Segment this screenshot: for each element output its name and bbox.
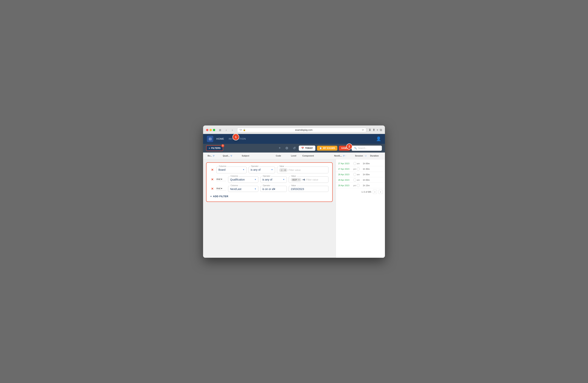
prev-page-button[interactable]: ‹ [373, 190, 377, 194]
filter-2-operator-label: Operator [262, 175, 271, 177]
board-filter-icon[interactable]: ▽ [213, 155, 214, 157]
sidebar-toggle-button[interactable]: ⊞ [217, 128, 223, 132]
minimize-button[interactable] [210, 129, 212, 131]
filter-2-value-tags: IBDP ✕ +6 Filter value [291, 178, 326, 181]
my-exams-button[interactable]: 📋 MY EXAMS [317, 146, 337, 151]
add-filter-plus-icon: + [210, 195, 212, 198]
add-filter-button[interactable]: + ADD FILTER [210, 195, 329, 198]
nav-home[interactable]: HOME [216, 137, 224, 140]
next-page-button[interactable]: › [378, 190, 383, 194]
close-button[interactable] [206, 129, 208, 131]
col-duration[interactable]: Duration [369, 154, 382, 157]
col-component[interactable]: Component [301, 154, 324, 157]
table-row[interactable]: 27 Apr 2023 pm 1h 30m [336, 166, 385, 172]
filter-3-operator-label: Operator [262, 185, 271, 187]
reload-icon[interactable]: ⟳ [362, 129, 364, 131]
filter-1-operator-select[interactable]: is any of ▼ [251, 168, 273, 171]
step-badge-1: 1 [232, 134, 239, 140]
nextlast-filter-icon[interactable]: ▽ [343, 155, 345, 157]
filter-1-placeholder[interactable]: Filter value [289, 169, 301, 172]
filter-2-columns-select[interactable]: Qualification ▼ [230, 178, 256, 181]
row-3-session: am [353, 173, 363, 176]
col-subject[interactable]: Subject [240, 154, 274, 157]
filter-3-columns-value: Next/Last [230, 188, 241, 191]
filter-3-date-value: 23/03/2023 [291, 188, 304, 191]
filter-row-1: ✕ Columns Board ▼ Operator is [210, 167, 329, 173]
calendar-icon: 📅 [301, 147, 304, 150]
filter-2-plus-value: +6 [303, 178, 305, 181]
filter-2-conjunction[interactable]: And ▾ [216, 178, 226, 181]
filter-1-operator-label: Operator [250, 165, 259, 167]
row-4-date: 28 Apr 2023 [338, 179, 353, 181]
myexams-label: MY EXAMS [323, 147, 335, 150]
browser-action-buttons: ⬇ ⬆ + ⧉ [369, 128, 382, 132]
filter-1-columns-select[interactable]: Board ▼ [218, 168, 245, 171]
search-box[interactable]: 🔍 Search... [352, 146, 382, 151]
new-tab-icon[interactable]: + [377, 128, 378, 132]
add-button[interactable]: + [277, 145, 282, 151]
back-button[interactable]: ‹ [224, 128, 229, 132]
filter-3-value-display[interactable]: 23/03/2023 [291, 188, 326, 191]
filter-2-operator-select[interactable]: is any of ▼ [262, 178, 285, 181]
row-4-duration: 1h 00m [363, 179, 370, 181]
settings-button[interactable]: ⚙ [284, 145, 290, 151]
col-code[interactable]: Code [274, 154, 290, 157]
filter-2-operator-value: is any of [262, 178, 272, 181]
filter-3-conjunction[interactable]: And ▾ [216, 187, 226, 190]
tabs-icon[interactable]: ⧉ [380, 128, 382, 132]
row-2-session: pm [353, 168, 363, 171]
main-content: ✕ Columns Board ▼ Operator is [203, 159, 385, 258]
user-avatar[interactable]: 👤 [376, 136, 381, 141]
session-sort-asc[interactable]: ↑ [364, 155, 365, 157]
maximize-button[interactable] [213, 129, 215, 131]
col-board[interactable]: Bo... ▽ [206, 154, 221, 157]
filter-3-fields: Columns Next/Last ▼ Operator is on or af… [228, 186, 329, 192]
filter-2-ibdp-tag[interactable]: IBDP ✕ [291, 178, 301, 181]
download-icon[interactable]: ⬇ [369, 128, 371, 132]
filter-1-plus-tag[interactable]: ⊗ +5 [279, 168, 288, 172]
table-row[interactable]: 28 Apr 2023 am 1h 00m [336, 172, 385, 177]
table-row[interactable]: 27 Apr 2023 am 1h 00m [336, 161, 385, 166]
nextlast-sort-asc[interactable]: ↑ [345, 155, 346, 157]
filter-panel: ✕ Columns Board ▼ Operator is [203, 159, 336, 258]
col-level[interactable]: Level [290, 154, 301, 157]
filter-3-value-field: Value 23/03/2023 [289, 186, 329, 192]
col-session[interactable]: Session ↑ 2 [354, 154, 369, 157]
filter-row-3: ✕ And ▾ Columns Next/Last ▼ [210, 186, 329, 192]
filter-1-columns-label: Columns [218, 165, 227, 167]
app-navbar: ⊟ HOME INVIGILATION 1 👤 [203, 134, 385, 144]
filter-3-columns-select[interactable]: Next/Last ▼ [230, 188, 256, 191]
filter-3-conjunction-arrow: ▾ [221, 187, 222, 190]
refresh-button[interactable]: ↺ [291, 145, 297, 151]
shield-icon: 🛡 [240, 129, 242, 131]
today-button[interactable]: 📅 TODAY [299, 146, 315, 151]
filter-2-fields: Columns Qualification ▼ Operator is any … [228, 176, 329, 183]
remove-filter-2-button[interactable]: ✕ [210, 178, 214, 181]
filter-2-ibdp-remove[interactable]: ✕ [298, 178, 300, 181]
filter-3-value-label: Value [290, 185, 297, 187]
step-badge-2: 2 [346, 143, 352, 150]
filter-2-conjunction-label: And [216, 178, 220, 181]
filter-1-columns-value: Board [218, 168, 225, 171]
filters-button[interactable]: ≡ FILTERS 3 [206, 145, 223, 151]
remove-filter-3-button[interactable]: ✕ [210, 187, 214, 191]
filter-1-remove-circle[interactable]: ⊗ [281, 169, 283, 172]
app-logo: ⊟ [207, 136, 213, 142]
quali-filter-icon[interactable]: ▽ [231, 155, 232, 157]
row-5-session: pm [353, 184, 363, 187]
filter-2-placeholder[interactable]: Filter value [306, 178, 318, 181]
filter-1-operator-value: is any of [251, 168, 260, 171]
filter-3-operator-select[interactable]: is on or af▾ [262, 188, 285, 191]
table-row[interactable]: 28 Apr 2023 am 1h 00m [336, 177, 385, 183]
forward-button[interactable]: › [230, 128, 235, 132]
filter-1-value-label: Value [279, 165, 285, 167]
table-row[interactable]: 28 Apr 2023 pm 1h 15m [336, 183, 385, 188]
filter-3-columns-label: Columns [230, 185, 239, 187]
share-icon[interactable]: ⬆ [373, 128, 375, 132]
url-text: examdisplay.com [247, 129, 361, 131]
traffic-lights [206, 129, 215, 131]
col-qualification[interactable]: Quali... ▽ [221, 154, 240, 157]
remove-filter-1-button[interactable]: ✕ [210, 168, 214, 172]
address-bar[interactable]: 🛡 🔒 examdisplay.com ⟳ [237, 128, 366, 132]
col-nextlast[interactable]: Next/L... ▽ ↑ [333, 154, 354, 157]
